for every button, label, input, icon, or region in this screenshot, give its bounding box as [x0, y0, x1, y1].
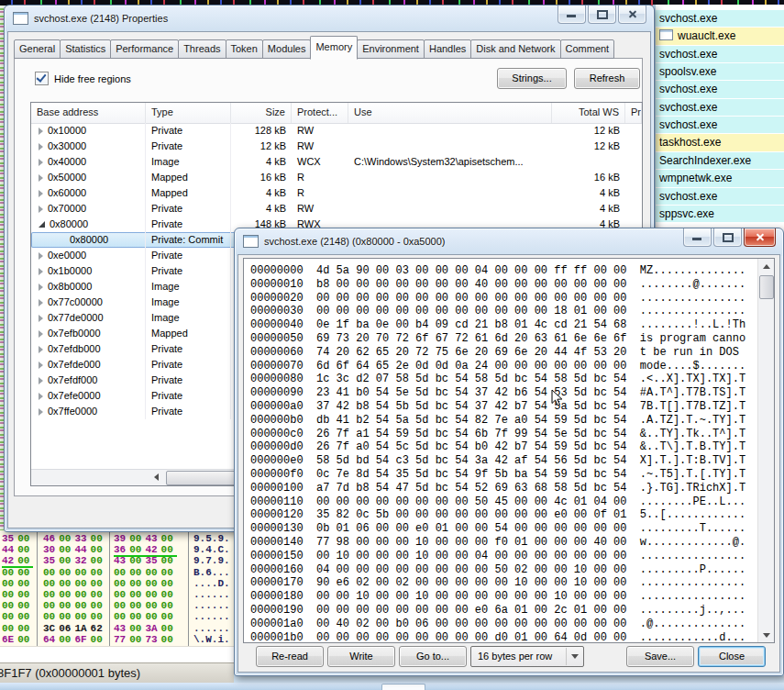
maximize-button[interactable]: [713, 228, 742, 247]
expander-icon[interactable]: [39, 346, 43, 353]
process-row[interactable]: taskhost.exe: [656, 134, 784, 150]
process-row[interactable]: svchost.exe: [656, 10, 784, 27]
tab-general[interactable]: General: [14, 39, 61, 59]
column-header-type[interactable]: Type: [146, 103, 231, 123]
minimize-button[interactable]: [683, 228, 712, 247]
tab-comment[interactable]: Comment: [560, 39, 615, 59]
scroll-down-arrow[interactable]: [758, 628, 774, 642]
editor-hex-area[interactable]: 350046003300390043009.5.9.44003000440036…: [0, 530, 237, 646]
hex-row[interactable]: 000001a0 00 40 02 00 b0 06 00 00 00 00 0…: [250, 618, 752, 631]
hex-row[interactable]: 00000050 69 73 20 70 72 6f 67 72 61 6d 2…: [250, 332, 752, 346]
write-button[interactable]: Write: [327, 646, 395, 667]
tab-modules[interactable]: Modules: [262, 39, 312, 59]
scroll-up-arrow[interactable]: [758, 259, 774, 273]
hex-row[interactable]: 000000c0 26 7f a1 54 59 5d bc 54 6b 7f 9…: [250, 428, 752, 441]
tab-memory[interactable]: Memory: [310, 36, 358, 60]
column-header-pr[interactable]: Pr: [625, 103, 642, 123]
hex-row[interactable]: 000001b0 00 00 00 00 00 00 00 00 00 d0 0…: [250, 631, 752, 642]
hex-row[interactable]: 000000e0 58 5d bd 54 c3 5d bc 54 3a 42 a…: [250, 454, 752, 468]
column-header-protect-[interactable]: Protect...: [292, 103, 348, 123]
close-button[interactable]: Close: [698, 646, 766, 667]
memory-row[interactable]: 0x40000Image4 kBWCXC:\Windows\System32\a…: [31, 154, 642, 170]
column-header-total-ws[interactable]: Total WS: [552, 103, 625, 123]
expander-icon[interactable]: [39, 174, 43, 182]
process-row[interactable]: svchost.exe: [656, 46, 784, 62]
hex-row[interactable]: 00000160 04 00 00 00 00 00 00 00 00 50 0…: [250, 563, 752, 577]
expander-icon[interactable]: [39, 362, 43, 369]
tab-threads[interactable]: Threads: [178, 39, 226, 59]
hex-row[interactable]: 00000180 00 00 10 00 00 10 00 00 00 00 0…: [250, 590, 752, 604]
memory-row[interactable]: 0x70000Private4 kBRW4 kB: [31, 201, 642, 217]
properties-titlebar[interactable]: svchost.exe (2148) Properties: [5, 6, 654, 31]
process-row[interactable]: svchost.exe: [656, 81, 784, 97]
expander-icon[interactable]: [39, 190, 43, 197]
memory-row[interactable]: 0x60000Mapped4 kBR4 kB: [31, 185, 642, 201]
hex-row[interactable]: 00000090 23 41 b0 54 5e 5d bc 54 37 42 b…: [250, 386, 752, 400]
process-row[interactable]: sppsvc.exe: [656, 206, 784, 222]
dropdown-arrow[interactable]: [566, 648, 582, 665]
memory-row[interactable]: 0x10000Private128 kBRW12 kB: [31, 123, 642, 139]
expander-icon[interactable]: [39, 252, 43, 260]
process-row[interactable]: spoolsv.exe: [656, 63, 784, 80]
hex-row[interactable]: 00000120 35 82 0c 5b 00 00 00 00 00 00 0…: [250, 508, 752, 522]
strings-button[interactable]: Strings...: [497, 68, 567, 89]
hex-row[interactable]: 000000f0 0c 7e 8d 54 35 5d bc 54 9f 5b b…: [250, 468, 752, 482]
hex-row[interactable]: 000000d0 26 7f a0 54 5c 5d bc 54 b0 42 b…: [250, 440, 752, 454]
hex-row[interactable]: 00000110 00 00 00 00 00 00 00 00 50 45 0…: [250, 495, 752, 509]
process-row[interactable]: wmpnetwk.exe: [656, 170, 784, 186]
hex-row[interactable]: 00000010 b8 00 00 00 00 00 00 00 40 00 0…: [250, 278, 752, 292]
hex-row[interactable]: 00000150 00 10 00 00 00 10 00 00 04 00 0…: [250, 550, 752, 563]
refresh-button[interactable]: Refresh: [574, 68, 640, 89]
tab-performance[interactable]: Performance: [110, 39, 179, 59]
maximize-button[interactable]: [588, 6, 616, 24]
expander-icon[interactable]: [39, 268, 43, 275]
taskbar-button[interactable]: [381, 684, 425, 690]
scrollbar-thumb[interactable]: [759, 275, 774, 299]
expander-icon[interactable]: [39, 315, 43, 322]
process-row[interactable]: svchost.exe: [656, 188, 784, 205]
hex-row[interactable]: 00000130 0b 01 06 00 00 e0 01 00 00 54 0…: [250, 522, 752, 536]
hex-row[interactable]: 00000140 77 98 00 00 00 10 00 00 00 f0 0…: [250, 536, 752, 550]
save-button[interactable]: Save...: [626, 646, 694, 667]
tab-statistics[interactable]: Statistics: [60, 39, 111, 59]
hex-row[interactable]: 00000080 1c 3c d2 07 58 5d bc 54 58 5d b…: [250, 373, 752, 386]
expander-icon[interactable]: [39, 206, 43, 213]
minimize-button[interactable]: [558, 6, 586, 24]
close-window-button[interactable]: [744, 228, 776, 247]
memory-viewer-titlebar[interactable]: svchost.exe (2148) (0x80000 - 0xa5000): [235, 228, 783, 254]
expander-icon[interactable]: [39, 221, 45, 228]
re-read-button[interactable]: Re-read: [256, 646, 324, 667]
process-row[interactable]: svchost.exe: [656, 117, 784, 133]
hex-row[interactable]: 00000070 6d 6f 64 65 2e 0d 0d 0a 24 00 0…: [250, 360, 752, 373]
process-row[interactable]: svchost.exe: [656, 99, 784, 116]
hex-row[interactable]: 000000b0 db 41 b2 54 5a 5d bc 54 82 7e a…: [250, 414, 752, 428]
tab-token[interactable]: Token: [226, 39, 263, 59]
expander-icon[interactable]: [39, 393, 43, 400]
hex-row[interactable]: 00000170 90 e6 02 00 02 00 00 00 00 00 1…: [250, 576, 752, 590]
taskbar[interactable]: [0, 683, 784, 690]
expander-icon[interactable]: [39, 159, 43, 166]
expander-icon[interactable]: [39, 128, 43, 135]
go-to-button[interactable]: Go to...: [399, 646, 467, 667]
hex-dump-box[interactable]: 00000000 4d 5a 90 00 03 00 00 00 04 00 0…: [243, 258, 775, 643]
expander-icon[interactable]: [39, 299, 43, 306]
expander-icon[interactable]: [39, 330, 43, 338]
hex-row[interactable]: 00000000 4d 5a 90 00 03 00 00 00 04 00 0…: [250, 264, 752, 278]
hex-row[interactable]: 00000020 00 00 00 00 00 00 00 00 00 00 0…: [250, 292, 752, 306]
tab-disk-and-network[interactable]: Disk and Network: [470, 39, 560, 59]
hex-row[interactable]: 00000030 00 00 00 00 00 00 00 00 00 00 0…: [250, 305, 752, 318]
expander-icon[interactable]: [39, 377, 43, 384]
scroll-left-arrow[interactable]: [149, 470, 164, 484]
expander-icon[interactable]: [39, 143, 43, 150]
hide-free-regions-checkbox[interactable]: Hide free regions: [35, 72, 131, 85]
hex-row[interactable]: 00000060 74 20 62 65 20 72 75 6e 20 69 6…: [250, 346, 752, 360]
close-window-button[interactable]: [618, 6, 646, 24]
hex-row[interactable]: 00000190 00 00 00 00 00 00 00 00 e0 6a 0…: [250, 604, 752, 618]
tab-environment[interactable]: Environment: [357, 39, 425, 59]
column-header-size[interactable]: Size: [231, 103, 292, 123]
hex-row[interactable]: 000000a0 37 42 b8 54 5b 5d bc 54 37 42 b…: [250, 400, 752, 414]
memory-row[interactable]: 0x50000Mapped16 kBR16 kB: [31, 170, 642, 185]
process-row[interactable]: SearchIndexer.exe: [656, 152, 784, 169]
vertical-scrollbar[interactable]: [757, 259, 774, 642]
expander-icon[interactable]: [39, 284, 43, 291]
